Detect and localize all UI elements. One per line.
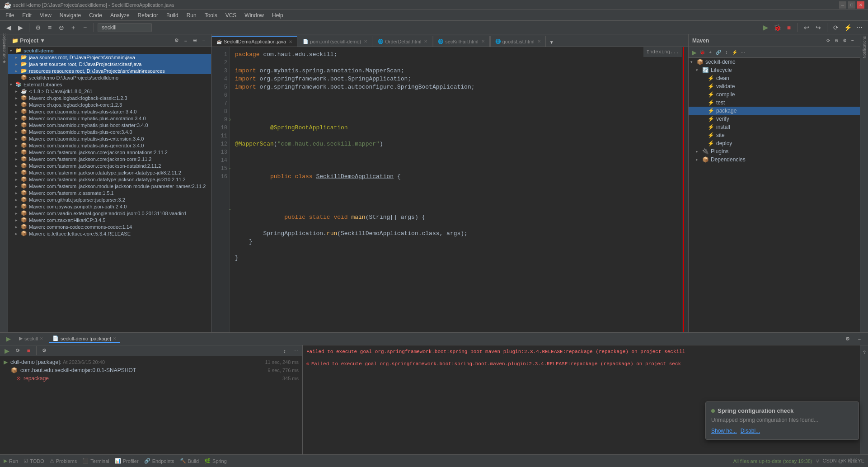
status-todo[interactable]: ☑ TODO — [23, 458, 44, 464]
code-content[interactable]: Indexing... package com.haut.edu.seckill… — [230, 47, 682, 332]
run-more[interactable]: ⋯ — [291, 346, 300, 356]
structure-button[interactable]: ≡ — [45, 23, 55, 33]
tree-mybatis-annotation[interactable]: ▸ 📦 Maven: com.baomidou:mybatis-plus-ann… — [8, 115, 211, 122]
maven-update[interactable]: ↕ — [723, 49, 730, 56]
redo-button[interactable]: ↪ — [813, 23, 823, 33]
project-gear-button[interactable]: ≡ — [182, 37, 189, 44]
maven-link[interactable]: 🔗 — [715, 49, 722, 56]
project-hide-button[interactable]: − — [200, 37, 207, 44]
maven-refresh[interactable]: ⟳ — [825, 37, 832, 44]
status-profiler[interactable]: 📊 Profiler — [115, 458, 139, 464]
run-config-button[interactable]: ▶ — [4, 334, 14, 344]
tab-close-1[interactable]: ✕ — [289, 39, 292, 44]
maven-install[interactable]: ⚡ install — [689, 123, 860, 131]
tree-mybatis-boot[interactable]: ▸ 📦 Maven: com.baomidou:mybatis-plus-boo… — [8, 122, 211, 128]
status-build[interactable]: 🔨 Build — [180, 458, 199, 464]
tree-jsonpath[interactable]: ▸ 📦 Maven: com.jayway.jsonpath:json-path… — [8, 203, 211, 210]
undo-button[interactable]: ↩ — [802, 23, 812, 33]
menu-code[interactable]: Code — [85, 11, 106, 19]
bottom-right-btn1[interactable]: ⇧ — [859, 347, 868, 357]
run-play[interactable]: ▶ — [2, 346, 12, 356]
tree-commons-codec[interactable]: ▸ 📦 Maven: commons-codec:commons-codec:1… — [8, 223, 211, 230]
minimize-button[interactable]: ─ — [839, 1, 846, 9]
tab-close-2[interactable]: ✕ — [364, 39, 367, 44]
stop-button[interactable]: ■ — [784, 23, 794, 33]
maven-lifecycle-parent[interactable]: ▾ 🔄 Lifecycle — [689, 66, 860, 74]
status-run[interactable]: ▶ Run — [4, 458, 18, 464]
minus-button[interactable]: − — [80, 23, 90, 33]
run-tab-seckill[interactable]: ▶ seckill ✕ — [15, 335, 47, 343]
tree-mybatis-starter[interactable]: ▸ 📦 Maven: com.baomidou:mybatis-plus-sta… — [8, 108, 211, 115]
tab-seckillfail[interactable]: 🌐 secKillFail.html ✕ — [433, 36, 489, 47]
maven-validate[interactable]: ⚡ validate — [689, 82, 860, 90]
collapse-button[interactable]: ⊖ — [56, 23, 66, 33]
tab-close-3[interactable]: ✕ — [424, 39, 427, 44]
maven-verify[interactable]: ⚡ verify — [689, 115, 860, 123]
tab-pom-xml[interactable]: 📄 pom.xml (seckill-demo) ✕ — [298, 36, 372, 47]
tree-logback-core[interactable]: ▸ 📦 Maven: ch.qos.logback:logback-core:1… — [8, 101, 211, 108]
tree-mybatis-ext[interactable]: ▸ 📦 Maven: com.baomidou:mybatis-plus-ext… — [8, 135, 211, 142]
maven-deploy[interactable]: ⚡ deploy — [689, 139, 860, 147]
maven-compile[interactable]: ⚡ compile — [689, 90, 860, 99]
tree-external-libs[interactable]: ▾ 📚 External Libraries — [8, 81, 211, 88]
menu-file[interactable]: File — [2, 11, 18, 19]
status-spring[interactable]: 🌿 Spring — [204, 458, 227, 464]
maven-debug[interactable]: 🐞 — [699, 49, 706, 56]
run-item-error[interactable]: ⊗ repackage 345 ms — [0, 374, 302, 382]
maven-root[interactable]: ▾ 📦 seckill-demo — [689, 58, 860, 66]
tree-resources[interactable]: ▸ 📂 resources resources root, D:\JavaPro… — [8, 67, 211, 74]
run-seckill-close[interactable]: ✕ — [40, 336, 43, 341]
run-rerun[interactable]: ⟳ — [13, 346, 23, 356]
back-button[interactable]: ◀ — [4, 23, 14, 33]
notif-disable-link[interactable]: Disabl... — [741, 428, 760, 434]
maven-settings[interactable]: ⚙ — [841, 37, 848, 44]
maven-add[interactable]: + — [707, 49, 714, 56]
maven-hide[interactable]: − — [849, 37, 856, 44]
tree-root[interactable]: ▾ 📁 seckill-demo — [8, 47, 211, 54]
menu-build[interactable]: Build — [163, 11, 182, 19]
maven-more[interactable]: ⋯ — [739, 49, 746, 56]
tree-jackson-core[interactable]: ▸ 📦 Maven: com.fasterxml.jackson.core:ja… — [8, 156, 211, 162]
tree-android-json[interactable]: ▸ 📦 Maven: com.vaadin.external.google:an… — [8, 210, 211, 217]
settings-button[interactable]: ⚙ — [33, 23, 43, 33]
menu-refactor[interactable]: Refactor — [134, 11, 162, 19]
maven-package[interactable]: ⚡ package — [689, 107, 860, 115]
maven-run[interactable]: ▶ — [690, 49, 698, 56]
project-collapse-all[interactable]: ⊖ — [191, 37, 198, 44]
menu-view[interactable]: View — [36, 11, 55, 19]
tab-seckill-demo-app[interactable]: ☕ SeckillDemoApplication.java ✕ — [211, 36, 297, 47]
notif-show-link[interactable]: Show he... — [711, 428, 737, 434]
tree-lettuce[interactable]: ▸ 📦 Maven: io.lettuce:lettuce-core:5.3.4… — [8, 230, 211, 237]
tree-classmate[interactable]: ▸ 📦 Maven: com.fasterxml.classmate:1.5.1 — [8, 189, 211, 196]
run-item-parent[interactable]: ▶ ckill-demo [package]: At 2023/6/15 20:… — [0, 358, 302, 366]
close-button[interactable]: ✕ — [857, 1, 864, 9]
tree-jackson-jdk8[interactable]: ▸ 📦 Maven: com.fasterxml.jackson.datatyp… — [8, 169, 211, 176]
tree-java-sources[interactable]: ▸ 📂 java sources root, D:\JavaProjects\s… — [8, 54, 211, 61]
tree-hikaricp[interactable]: ▸ 📦 Maven: com.zaxxer:HikariCP:3.4.5 — [8, 217, 211, 223]
debug-button[interactable]: 🐞 — [772, 23, 782, 33]
tree-jackson-annotations[interactable]: ▸ 📦 Maven: com.fasterxml.jackson.core:ja… — [8, 149, 211, 156]
sidebar-right-icon-1[interactable]: Notifications — [862, 36, 867, 58]
project-sync-button[interactable]: ⚙ — [173, 37, 180, 44]
run-button[interactable]: ▶ — [760, 23, 770, 33]
menu-help[interactable]: Help — [268, 11, 287, 19]
sidebar-favorites-icon[interactable]: ★ — [0, 58, 8, 65]
tab-close-5[interactable]: ✕ — [537, 39, 541, 44]
maven-test[interactable]: ⚡ test — [689, 99, 860, 107]
tree-jackson-jsr310[interactable]: ▸ 📦 Maven: com.fasterxml.jackson.datatyp… — [8, 176, 211, 183]
run-scroll[interactable]: ↕ — [280, 346, 290, 356]
forward-button[interactable]: ▶ — [15, 23, 25, 33]
run-stop[interactable]: ■ — [23, 346, 33, 356]
tab-dropdown[interactable]: ▼ — [547, 38, 556, 47]
maximize-button[interactable]: □ — [848, 1, 855, 9]
status-endpoints[interactable]: 🔗 Endpoints — [144, 458, 174, 464]
maven-collapse[interactable]: ⊖ — [833, 37, 840, 44]
menu-navigate[interactable]: Navigate — [56, 11, 84, 19]
maven-skip-tests[interactable]: ⚡ — [731, 49, 738, 56]
run-item-child[interactable]: 📦 com.haut.edu:seckill-demojar:0.0.1-SNA… — [0, 366, 302, 374]
package-close[interactable]: ✕ — [113, 336, 117, 341]
tree-mybatis-gen[interactable]: ▸ 📦 Maven: com.baomidou:mybatis-plus-gen… — [8, 142, 211, 149]
menu-analyze[interactable]: Analyze — [107, 11, 133, 19]
run-tab-package[interactable]: 📄 seckill-demo [package] ✕ — [49, 335, 120, 343]
menu-window[interactable]: Window — [241, 11, 267, 19]
